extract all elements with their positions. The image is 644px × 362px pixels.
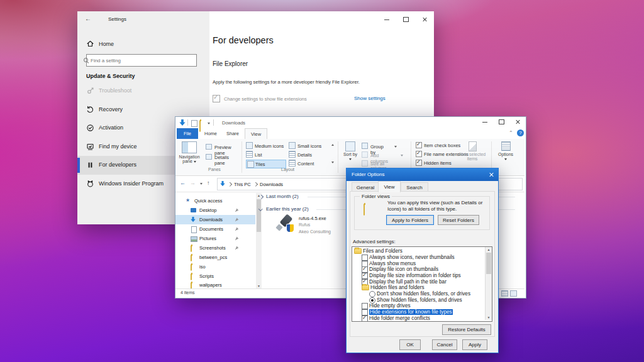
hide-selected-items-button[interactable]: Hide selected items: [457, 152, 487, 161]
cancel-button[interactable]: Cancel: [432, 339, 457, 350]
nav-downloads[interactable]: Downloads: [175, 215, 255, 224]
up-icon[interactable]: ↑: [207, 180, 210, 186]
scrollbar-thumb[interactable]: [486, 253, 491, 274]
scrollbar-thumb[interactable]: [257, 199, 261, 232]
advanced-row[interactable]: Hidden files and folders: [352, 284, 492, 290]
scroll-down-icon[interactable]: ▼: [486, 315, 492, 320]
layout-small-icons[interactable]: Small icons: [289, 142, 328, 150]
close-icon[interactable]: [487, 171, 496, 178]
nav-iso[interactable]: iso: [175, 262, 255, 272]
advanced-row[interactable]: Display file icon on thumbnails: [352, 266, 492, 272]
layout-scroll-down-icon[interactable]: [331, 162, 334, 163]
nav-pictures[interactable]: Pictures: [175, 234, 255, 243]
navigation-pane-button[interactable]: Navigation pane: [175, 155, 203, 163]
divider: [242, 141, 242, 173]
sidebar-item-troubleshoot[interactable]: Troubleshoot: [77, 82, 209, 101]
minimize-icon[interactable]: [377, 11, 396, 28]
close-icon[interactable]: [415, 11, 434, 28]
folder-views-icon: [364, 204, 365, 216]
advanced-row-selected[interactable]: Hide extensions for known file types: [352, 309, 492, 315]
radio-icon[interactable]: [369, 291, 375, 297]
settings-search-input[interactable]: [89, 55, 186, 65]
layout-content[interactable]: Content: [289, 160, 328, 167]
tab-share[interactable]: Share: [222, 128, 243, 139]
nav-between-pcs[interactable]: between_pcs: [175, 253, 255, 262]
home-icon: [86, 40, 94, 48]
options-button[interactable]: Options: [492, 152, 519, 161]
crumb-chevron-icon: [253, 182, 257, 186]
folder-icon: [191, 273, 192, 280]
forward-icon[interactable]: →: [190, 180, 196, 186]
qat-caret-icon[interactable]: [208, 123, 210, 124]
dialog-titlebar: Folder Options: [347, 168, 498, 181]
reset-folders-button[interactable]: Reset Folders: [438, 215, 479, 225]
nav-screenshots[interactable]: Screenshots: [175, 243, 255, 253]
nav-documents[interactable]: Documents: [175, 224, 255, 234]
collapse-ribbon-icon[interactable]: ⌃: [509, 130, 513, 136]
maximize-icon[interactable]: [396, 11, 415, 28]
history-caret-icon[interactable]: [200, 183, 203, 185]
folder-icon: [191, 264, 192, 271]
layout-scroll-up-icon[interactable]: [331, 144, 334, 146]
apply-button[interactable]: Apply: [462, 339, 487, 350]
sort-by-button[interactable]: Sort by: [338, 152, 363, 161]
recovery-icon: [86, 106, 94, 114]
layout-medium-icons[interactable]: Medium icons: [246, 142, 285, 150]
advanced-row[interactable]: Files and Folders: [352, 248, 492, 254]
nav-desktop[interactable]: Desktop: [175, 206, 255, 215]
checkbox-icon[interactable]: [362, 303, 368, 309]
advanced-settings-label: Advanced settings:: [353, 239, 396, 244]
maximize-icon[interactable]: [493, 117, 509, 127]
sidebar-item-label: Activation: [99, 124, 123, 131]
tab-view[interactable]: View: [245, 128, 267, 140]
tab-view[interactable]: View: [378, 181, 401, 192]
nav-quick-access[interactable]: ★ Quick access: [175, 196, 255, 206]
scroll-up-icon[interactable]: ▲: [486, 247, 492, 252]
advanced-row[interactable]: Display file size information in folder …: [352, 272, 492, 278]
layout-list[interactable]: List: [246, 151, 285, 158]
checkbox-icon[interactable]: [362, 315, 368, 322]
scroll-down-icon[interactable]: ▼: [256, 283, 262, 288]
advanced-settings-list[interactable]: Files and Folders Always show icons, nev…: [352, 246, 492, 322]
file-name: rufus-4.5.exe: [299, 216, 326, 221]
crumb-this-pc[interactable]: This PC: [234, 182, 251, 187]
qat-properties-icon[interactable]: [191, 120, 197, 127]
advanced-row[interactable]: Hide empty drives: [352, 302, 492, 309]
apply-to-folders-button[interactable]: Apply to Folders: [386, 215, 434, 225]
advanced-row[interactable]: Always show icons, never thumbnails: [352, 254, 492, 260]
checkbox-icon[interactable]: [362, 255, 368, 261]
layout-details[interactable]: Details: [289, 151, 328, 158]
advanced-row[interactable]: Don't show hidden files, folders, or dri…: [352, 290, 492, 297]
panes-group-label: Panes: [208, 167, 221, 172]
group-header-earlier-this-year[interactable]: Earlier this year (2): [266, 206, 309, 212]
ok-button[interactable]: OK: [399, 339, 421, 350]
sidebar-item-home[interactable]: Home: [77, 36, 209, 53]
settings-search-box[interactable]: [86, 54, 197, 67]
back-icon[interactable]: ←: [85, 15, 91, 22]
file-extensions-checkbox[interactable]: ✓: [213, 95, 220, 102]
usb-drive-icon: [275, 214, 296, 236]
tab-file[interactable]: File: [177, 128, 198, 139]
list-scrollbar[interactable]: ▲ ▼: [485, 247, 492, 320]
options-icon: [501, 141, 511, 151]
details-view-toggle-icon[interactable]: [501, 290, 508, 297]
desktop-icon: [191, 208, 196, 212]
group-header-last-month[interactable]: Last month (2): [266, 194, 299, 199]
thumbnail-view-toggle-icon[interactable]: [510, 290, 517, 297]
nav-scripts[interactable]: Scripts: [175, 272, 255, 281]
tab-home[interactable]: Home: [201, 128, 221, 139]
minimize-icon[interactable]: [477, 117, 493, 127]
divider: [187, 119, 188, 126]
downloads-app-icon: [179, 119, 186, 126]
layout-tiles[interactable]: Tiles: [246, 160, 286, 168]
show-settings-link[interactable]: Show settings: [354, 96, 386, 101]
close-icon[interactable]: [509, 117, 526, 127]
advanced-row[interactable]: Hide folder merge conflicts: [352, 315, 492, 321]
folder-icon: [191, 245, 192, 252]
restore-defaults-button[interactable]: Restore Defaults: [442, 324, 491, 335]
pin-icon: [235, 207, 240, 212]
help-icon[interactable]: ?: [517, 129, 524, 136]
back-icon[interactable]: ←: [180, 180, 186, 186]
settings-window-title: Settings: [108, 16, 126, 22]
crumb-downloads[interactable]: Downloads: [260, 182, 283, 187]
